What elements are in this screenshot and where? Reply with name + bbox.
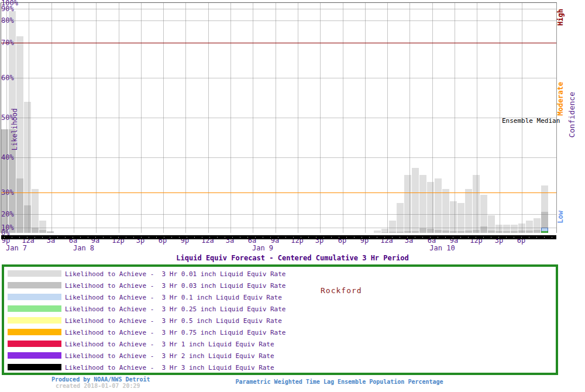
bar-series1-h59 <box>450 231 457 233</box>
bar-series1-h55 <box>419 228 426 233</box>
legend-row: Likelihood to Achieve - 3 Hr 3 inch Liqu… <box>4 362 556 373</box>
legend-swatch <box>8 341 61 347</box>
bar-series1-h60 <box>457 231 464 233</box>
bar-series1-h65 <box>495 231 503 233</box>
horizontal-gridline-50 <box>1 118 556 118</box>
legend-row: Likelihood to Achieve - 3 Hr 2 inch Liqu… <box>4 350 556 362</box>
footer-produced-text: Produced by NOAA/NWS Detroit <box>51 376 150 383</box>
legend-swatch <box>8 329 61 335</box>
legend-row: Likelihood to Achieve - 3 Hr 0.5 inch Li… <box>4 315 556 326</box>
horizontal-gridline-80 <box>1 20 556 21</box>
bar-series1-h4 <box>32 228 39 233</box>
bar-series0-h60 <box>457 203 464 233</box>
bar-series1-h56 <box>427 229 434 233</box>
bar-series1-h62 <box>473 230 480 233</box>
x-axis-band <box>1 235 556 239</box>
legend-swatch <box>8 282 61 288</box>
legend-swatch <box>8 352 61 359</box>
bar-series1-h3 <box>24 205 31 233</box>
y-tick-label-90: 90% <box>1 5 14 12</box>
bar-series1-h57 <box>435 230 442 233</box>
confidence-high-label: High <box>556 9 565 26</box>
x-date-label: Jan 9 <box>249 245 276 252</box>
legend-label: Likelihood to Achieve - 3 Hr 0.25 inch L… <box>65 305 286 313</box>
legend-label: Likelihood to Achieve - 3 Hr 0.01 inch L… <box>65 270 286 278</box>
legend-row: Likelihood to Achieve - 3 Hr 0.01 inch L… <box>4 268 556 280</box>
bar-series1-h70 <box>534 230 541 233</box>
y-tick-label-80: 80% <box>1 17 14 24</box>
legend-box: Likelihood to Achieve - 3 Hr 0.01 inch L… <box>2 264 558 375</box>
y-tick-label-0: 0% <box>1 229 9 236</box>
y-tick-label-40: 40% <box>1 154 14 161</box>
bar-series1-h58 <box>442 231 449 233</box>
bar-series1-h54 <box>412 231 419 233</box>
y-tick-label-70: 70% <box>1 39 14 46</box>
legend-row: Likelihood to Achieve - 3 Hr 0.1 inch Li… <box>4 291 556 303</box>
bar-series1-h51 <box>389 232 396 233</box>
bar-series0-h55 <box>419 175 426 233</box>
legend-label: Likelihood to Achieve - 3 Hr 1 inch Liqu… <box>65 341 274 348</box>
legend-label: Likelihood to Achieve - 3 Hr 2 inch Liqu… <box>65 352 274 360</box>
horizontal-gridline-40 <box>1 157 556 158</box>
legend-label: Likelihood to Achieve - 3 Hr 0.1 inch Li… <box>65 294 282 301</box>
legend-swatch <box>8 364 61 370</box>
threshold-line-moderate <box>1 192 556 193</box>
bar-series0-h53 <box>404 175 411 233</box>
confidence-axis-label: Confidence <box>567 92 576 137</box>
bar-series1-h5 <box>39 230 46 233</box>
bar-series1-h6 <box>47 232 54 233</box>
bar-series1-h67 <box>511 231 518 233</box>
legend-swatch <box>8 270 61 277</box>
horizontal-gridline-60 <box>1 78 556 78</box>
x-date-label: Jan 10 <box>429 245 456 252</box>
bar-series0-h56 <box>427 182 434 233</box>
legend-row: Likelihood to Achieve - 3 Hr 0.03 inch L… <box>4 280 556 291</box>
bar-series0-h54 <box>412 168 419 233</box>
horizontal-gridline-20 <box>1 214 556 215</box>
bar-series0-h62 <box>473 175 480 233</box>
location-label: Rockford <box>321 286 362 295</box>
forecast-chart-canvas: 100%90%80%70%60%50%40%30%20%10%0% Likeli… <box>0 0 585 392</box>
x-date-label: Jan 8 <box>70 245 97 252</box>
bar-series0-h51 <box>389 221 396 233</box>
x-date-label: Jan 7 <box>3 245 30 252</box>
y-tick-label-60: 60% <box>1 74 14 81</box>
footer-created-text: created 2018-01-07 20:29 <box>56 383 140 389</box>
legend-row: Likelihood to Achieve - 3 Hr 0.25 inch L… <box>4 303 556 315</box>
ensemble-median-label: Ensemble Median <box>502 117 560 125</box>
confidence-low-label: Low <box>556 211 565 223</box>
plot-area: 100%90%80%70%60%50%40%30%20%10%0% <box>1 2 557 233</box>
bar-series0-h58 <box>442 189 449 233</box>
x-axis-tick-dashes <box>1 237 556 238</box>
y-axis-label: Likelihood <box>11 108 19 150</box>
bar-series1-h52 <box>397 232 404 233</box>
legend-label: Likelihood to Achieve - 3 Hr 0.75 inch L… <box>65 329 286 336</box>
chart-title: Liquid Equiv Forecast - Centered Cumulat… <box>0 254 585 262</box>
bar-series1-h53 <box>404 231 411 233</box>
legend-swatch <box>8 294 61 300</box>
horizontal-gridline-90 <box>1 9 556 9</box>
y-tick-label-20: 20% <box>1 211 14 218</box>
legend-swatch <box>8 317 61 324</box>
y-tick-label-30: 30% <box>1 189 14 196</box>
bar-series0-h4 <box>32 189 39 233</box>
legend-label: Likelihood to Achieve - 3 Hr 0.5 inch Li… <box>65 317 282 325</box>
bar-series1-h66 <box>503 231 510 233</box>
legend-swatch <box>8 305 61 312</box>
bar-series0-h61 <box>465 189 472 233</box>
legend-label: Likelihood to Achieve - 3 Hr 0.03 inch L… <box>65 282 286 290</box>
bar-series3-h71 <box>541 231 548 233</box>
legend-row: Likelihood to Achieve - 3 Hr 1 inch Liqu… <box>4 338 556 350</box>
bar-series0-h52 <box>397 203 404 233</box>
legend-row: Likelihood to Achieve - 3 Hr 0.75 inch L… <box>4 326 556 338</box>
bar-series1-h2 <box>16 178 23 233</box>
confidence-moderate-label: Moderate <box>556 82 565 116</box>
legend-label: Likelihood to Achieve - 3 Hr 3 inch Liqu… <box>65 364 274 372</box>
bar-series1-h64 <box>488 231 495 233</box>
bar-series1-h69 <box>526 231 533 233</box>
bar-series0-h49 <box>374 231 381 233</box>
bar-series0-h57 <box>435 178 442 233</box>
threshold-line-high <box>1 43 556 43</box>
bar-series1-h61 <box>465 231 472 233</box>
horizontal-gridline-10 <box>1 228 556 228</box>
